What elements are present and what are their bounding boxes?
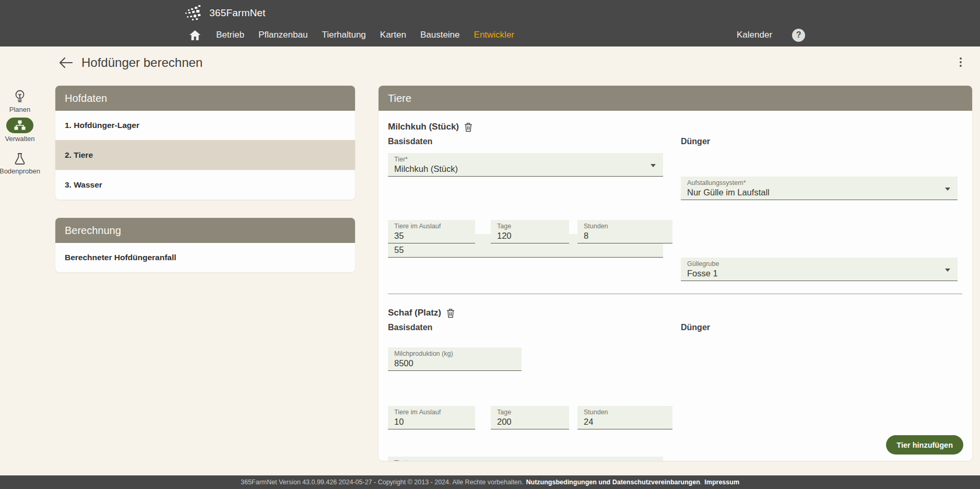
field-value: 10: [394, 416, 475, 427]
duenger-label: Dünger: [681, 323, 710, 332]
rail-label: Planen: [9, 106, 30, 113]
back-arrow-icon[interactable]: [59, 57, 73, 68]
field-label: Tiere im Auslauf: [394, 223, 475, 230]
page-title-row: Hofdünger berechnen: [59, 55, 203, 70]
berechnung-panel: Berechnung Berechneter Hofdüngeranfall: [55, 218, 355, 272]
list-item-wasser[interactable]: 3. Wasser: [55, 170, 355, 200]
field-value: 200: [497, 416, 569, 427]
footer-separator: .: [700, 479, 702, 486]
kebab-menu-icon[interactable]: [959, 56, 963, 68]
field-label: Tiere im Auslauf: [394, 409, 475, 416]
animal-section-header: Milchkuh (Stück): [388, 122, 473, 132]
footer-bar: 365FarmNet Version 43.0.99.426 2024-05-2…: [0, 475, 980, 489]
field-label: Tier*: [394, 459, 663, 461]
rail-item-planen[interactable]: Planen: [0, 89, 40, 113]
rail-item-bodenproben[interactable]: Bodenproben: [0, 153, 40, 175]
section-divider: [388, 294, 962, 294]
hofdaten-panel: Hofdaten 1. Hofdünger-Lager 2. Tiere 3. …: [55, 86, 355, 200]
field-value: 24: [584, 416, 672, 427]
nav-item-betrieb[interactable]: Betrieb: [216, 30, 244, 40]
tage-input[interactable]: Tage 120: [491, 220, 569, 243]
header-right: Kalender ?: [737, 26, 805, 44]
basisdaten-label: Basisdaten: [388, 323, 432, 332]
delete-animal-icon[interactable]: [464, 122, 473, 132]
aufstallungssystem-select[interactable]: Aufstallungssystem* Nur Gülle im Laufsta…: [681, 177, 958, 200]
rail-label: Verwalten: [5, 135, 34, 143]
stunden-input[interactable]: Stunden 24: [577, 406, 672, 429]
rail-label: Bodenproben: [0, 167, 40, 175]
field-label: Aufstallungssystem*: [687, 179, 958, 187]
chevron-down-icon: [945, 188, 950, 191]
animal-section-header: Schaf (Platz): [388, 308, 455, 318]
basisdaten-label: Basisdaten: [388, 137, 432, 146]
duenger-label: Dünger: [681, 137, 710, 146]
field-value: Milchkuh (Stück): [394, 164, 663, 174]
list-item-hofduenger-lager[interactable]: 1. Hofdünger-Lager: [55, 111, 355, 140]
field-label: Tage: [497, 409, 569, 416]
field-value: 120: [497, 230, 569, 241]
animal-name: Milchkuh (Stück): [388, 122, 459, 132]
chevron-down-icon: [651, 164, 656, 167]
kalender-link[interactable]: Kalender: [737, 30, 772, 40]
farmnet-swarm-icon: [184, 5, 207, 21]
main-nav: Betrieb Pflanzenbau Tierhaltung Karten B…: [190, 26, 514, 44]
nav-item-pflanzenbau[interactable]: Pflanzenbau: [258, 30, 308, 40]
impressum-link[interactable]: Impressum: [704, 479, 739, 486]
add-animal-button[interactable]: Tier hinzufügen: [886, 435, 963, 455]
tiere-im-auslauf-input[interactable]: Tiere im Auslauf 35: [388, 220, 475, 243]
milchproduktion-input[interactable]: Milchproduktion (kg) 8500: [388, 347, 522, 371]
field-label: Tier*: [394, 156, 663, 163]
tiere-panel: Tiere Milchkuh (Stück) Basisdaten Dünger…: [379, 86, 972, 461]
field-value: Fosse 1: [687, 268, 958, 278]
tiere-im-auslauf-input[interactable]: Tiere im Auslauf 10: [388, 406, 475, 429]
tage-input[interactable]: Tage 200: [491, 406, 569, 429]
nav-item-entwickler[interactable]: Entwickler: [474, 30, 514, 40]
stunden-input[interactable]: Stunden 8: [577, 220, 672, 243]
nav-item-bausteine[interactable]: Bausteine: [420, 30, 460, 40]
chevron-down-icon: [945, 269, 950, 272]
nav-item-karten[interactable]: Karten: [380, 30, 406, 40]
rail-item-verwalten[interactable]: Verwalten: [0, 118, 40, 143]
field-label: Stunden: [584, 223, 672, 230]
field-label: Güllegrube: [687, 260, 958, 267]
field-value: 55: [394, 245, 663, 255]
field-value: Nur Gülle im Laufstall: [687, 187, 958, 197]
list-item-berechneter-hofduengeranfall[interactable]: Berechneter Hofdüngeranfall: [55, 243, 355, 272]
berechnung-panel-title: Berechnung: [55, 218, 355, 243]
field-value: 35: [394, 230, 475, 241]
tier-select[interactable]: Tier* Milchkuh (Stück): [388, 153, 663, 177]
nav-item-tierhaltung[interactable]: Tierhaltung: [322, 30, 365, 40]
lightbulb-icon: [13, 89, 27, 104]
field-value: 8500: [394, 358, 522, 368]
org-chart-icon: [6, 118, 33, 133]
guellegrube-select[interactable]: Güllegrube Fosse 1: [681, 258, 958, 281]
help-icon[interactable]: ?: [792, 29, 805, 42]
tiere-panel-title: Tiere: [379, 86, 972, 111]
field-label: Stunden: [584, 409, 672, 416]
home-icon[interactable]: [190, 30, 200, 40]
list-item-tiere[interactable]: 2. Tiere: [55, 140, 355, 170]
brand-text: 365FarmNet: [209, 7, 266, 19]
footer-version-text: 365FarmNet Version 43.0.99.426 2024-05-2…: [241, 479, 524, 486]
hofdaten-panel-title: Hofdaten: [55, 86, 355, 111]
brand-logo[interactable]: 365FarmNet: [184, 5, 266, 21]
flask-icon: [14, 153, 26, 166]
field-value: 8: [584, 230, 672, 241]
page-title: Hofdünger berechnen: [81, 55, 203, 70]
field-label: Tage: [497, 223, 569, 230]
field-label: Milchproduktion (kg): [394, 350, 522, 357]
top-header: 365FarmNet Betrieb Pflanzenbau Tierhaltu…: [0, 0, 980, 46]
tier-select[interactable]: Tier* Schaf (Platz): [388, 457, 663, 461]
delete-animal-icon[interactable]: [446, 308, 455, 318]
terms-link[interactable]: Nutzungsbedingungen und Datenschutzverei…: [526, 479, 700, 486]
animal-name: Schaf (Platz): [388, 308, 441, 318]
tiere-panel-body: Milchkuh (Stück) Basisdaten Dünger Tier*…: [379, 111, 972, 461]
